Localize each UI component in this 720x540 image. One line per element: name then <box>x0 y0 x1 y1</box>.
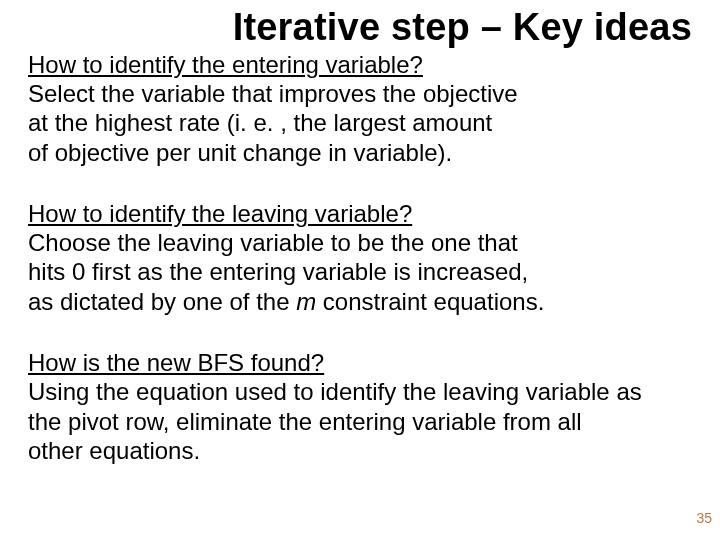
answer-leaving-line3: as dictated by one of the m constraint e… <box>28 287 692 316</box>
question-entering: How to identify the entering variable? <box>28 50 692 79</box>
answer-bfs-line1: Using the equation used to identify the … <box>28 377 692 406</box>
question-bfs: How is the new BFS found? <box>28 348 692 377</box>
slide-title: Iterative step – Key ideas <box>28 8 692 48</box>
page-number: 35 <box>696 510 712 526</box>
spacer <box>28 167 692 197</box>
answer-entering-line2: at the highest rate (i. e. , the largest… <box>28 108 692 137</box>
spacer <box>28 316 692 346</box>
answer-entering-line3: of objective per unit change in variable… <box>28 138 692 167</box>
answer-entering-line1: Select the variable that improves the ob… <box>28 79 692 108</box>
section-leaving-variable: How to identify the leaving variable? Ch… <box>28 199 692 316</box>
answer-leaving-line1: Choose the leaving variable to be the on… <box>28 228 692 257</box>
answer-leaving-line3-post: constraint equations. <box>316 288 544 315</box>
answer-leaving-line3-pre: as dictated by one of the <box>28 288 296 315</box>
answer-bfs-line3: other equations. <box>28 436 692 465</box>
answer-leaving-line2: hits 0 first as the entering variable is… <box>28 257 692 286</box>
slide: Iterative step – Key ideas How to identi… <box>0 0 720 540</box>
section-entering-variable: How to identify the entering variable? S… <box>28 50 692 167</box>
question-leaving: How to identify the leaving variable? <box>28 199 692 228</box>
m-variable: m <box>296 288 316 315</box>
answer-bfs-line2: the pivot row, eliminate the entering va… <box>28 407 692 436</box>
section-new-bfs: How is the new BFS found? Using the equa… <box>28 348 692 465</box>
